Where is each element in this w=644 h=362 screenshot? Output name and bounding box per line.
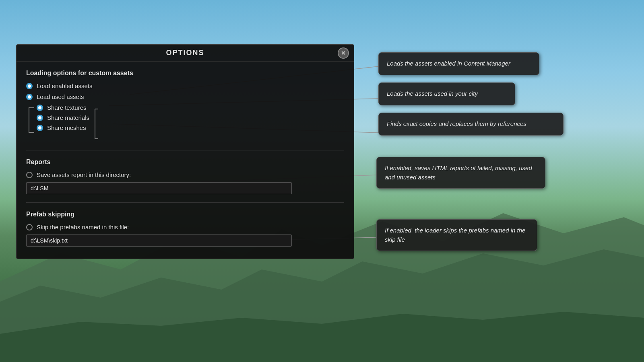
skip-file-input[interactable] [26, 234, 292, 247]
skip-prefabs-radio[interactable] [26, 224, 33, 230]
prefab-section-title: Prefab skipping [26, 211, 344, 218]
close-icon: ✕ [341, 50, 346, 56]
load-used-row[interactable]: Load used assets [26, 93, 344, 100]
load-used-radio[interactable] [26, 94, 33, 100]
tooltip-prefab-skipping: If enabled, the loader skips the prefabs… [376, 219, 537, 251]
share-materials-row[interactable]: Share materials [37, 114, 89, 121]
radio-inner-2 [28, 95, 31, 99]
loading-section-title: Loading options for custom assets [26, 70, 344, 77]
dialog-title-bar: OPTIONS ✕ [17, 45, 354, 62]
share-materials-label: Share materials [47, 114, 89, 121]
skip-file-input-row [26, 234, 344, 247]
skip-prefabs-row[interactable]: Skip the prefabs named in this file: [26, 224, 344, 230]
tooltip-share-group-text: Finds exact copies and replaces them by … [387, 120, 526, 127]
bracket-svg [91, 106, 99, 142]
load-enabled-radio[interactable] [26, 83, 33, 89]
directory-input[interactable] [26, 182, 292, 194]
tooltip-load-enabled-text: Loads the assets enabled in Content Mana… [387, 60, 510, 67]
options-dialog: OPTIONS ✕ Loading options for custom ass… [16, 44, 354, 259]
tooltip-load-enabled: Loads the assets enabled in Content Mana… [378, 52, 539, 75]
section-divider-2 [26, 202, 344, 203]
tooltip-load-used: Loads the assets used in your city [378, 82, 515, 105]
share-meshes-radio[interactable] [37, 125, 43, 131]
radio-inner-3 [38, 106, 41, 109]
radio-inner-5 [38, 126, 41, 130]
close-button[interactable]: ✕ [338, 47, 349, 59]
tooltip-share-group: Finds exact copies and replaces them by … [378, 113, 564, 136]
directory-input-row [26, 182, 344, 194]
reports-section-title: Reports [26, 158, 344, 166]
load-enabled-row[interactable]: Load enabled assets [26, 82, 344, 89]
dialog-body: Loading options for custom assets Load e… [17, 62, 354, 259]
tooltip-prefab-skipping-text: If enabled, the loader skips the prefabs… [385, 227, 525, 243]
save-report-row[interactable]: Save assets report in this directory: [26, 171, 344, 178]
share-textures-radio[interactable] [37, 105, 43, 111]
save-report-radio[interactable] [26, 172, 33, 178]
share-meshes-label: Share meshes [47, 124, 86, 131]
tooltip-reports: If enabled, saves HTML reports of failed… [376, 157, 545, 189]
dialog-title: OPTIONS [166, 49, 204, 57]
load-enabled-label: Load enabled assets [37, 82, 92, 89]
radio-inner-4 [38, 116, 41, 119]
share-textures-row[interactable]: Share textures [37, 104, 89, 111]
tooltip-reports-text: If enabled, saves HTML reports of failed… [385, 165, 532, 181]
save-report-label: Save assets report in this directory: [37, 171, 131, 178]
radio-inner [28, 84, 31, 88]
skip-prefabs-label: Skip the prefabs named in this file: [37, 224, 129, 230]
load-used-label: Load used assets [37, 93, 84, 100]
share-meshes-row[interactable]: Share meshes [37, 124, 89, 131]
share-textures-label: Share textures [47, 104, 87, 111]
section-divider-1 [26, 150, 344, 150]
tooltip-load-used-text: Loads the assets used in your city [387, 90, 478, 97]
share-options-group: Share textures Share materials Share mes… [37, 104, 89, 134]
share-materials-radio[interactable] [37, 115, 43, 121]
